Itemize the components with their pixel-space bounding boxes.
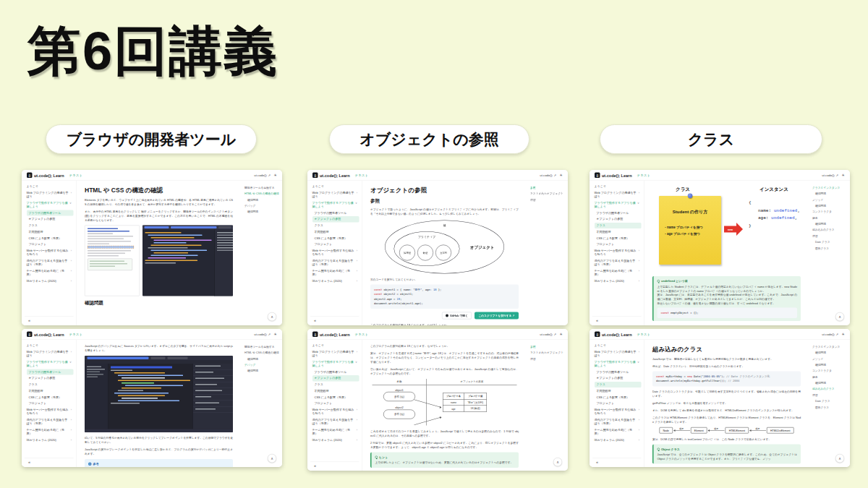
external-site-link[interactable]: ut.code(); ↗ <box>540 333 556 336</box>
toc-item[interactable]: 参照 <box>530 186 565 189</box>
toc-item[interactable]: 演習 <box>530 357 565 361</box>
toc-item[interactable]: 図形クラス <box>815 247 847 250</box>
nav-text-link[interactable]: テキスト <box>69 173 82 178</box>
scroll-top-button[interactable]: ∧ <box>835 454 844 463</box>
sidebar-item[interactable]: ようこそ <box>310 343 359 348</box>
sidebar-item[interactable]: チーム開発を始める前に（発展）› <box>25 267 74 277</box>
sidebar-item[interactable]: ようこそ <box>25 343 74 348</box>
sidebar-item[interactable]: チーム開発を始める前に（発展）› <box>592 267 642 277</box>
sidebar-item[interactable]: 非同期処理 <box>312 388 359 394</box>
toc-item[interactable]: 図形クラス <box>815 406 847 409</box>
external-site-link[interactable]: ut.code(); ↗ <box>540 174 556 177</box>
toc-item[interactable]: 開発者ツールを起動する <box>244 345 279 348</box>
sidebar-collapse-button[interactable]: « <box>25 316 74 324</box>
toc-item[interactable]: 確認問題 <box>247 357 279 361</box>
sidebar-item[interactable]: ブラウザの開発者ツール <box>312 210 359 215</box>
external-site-link[interactable]: ut.code(); ↗ <box>822 174 838 177</box>
sidebar-item[interactable]: オブジェクトの参照 <box>312 375 359 381</box>
sidebar-item[interactable]: 現代のアプリを支える技術を学ぼう（発展）› <box>25 258 74 267</box>
sidebar-item[interactable]: Web サーバーが動作する仕組みを知ろう› <box>592 248 642 257</box>
sidebar-item[interactable]: 非同期処理 <box>27 229 74 235</box>
sidebar-item[interactable]: CSS による配置（発展） <box>312 394 359 400</box>
toc-item[interactable]: 演習 <box>812 393 847 397</box>
sidebar-item[interactable]: オブジェクトの参照 <box>312 216 359 222</box>
sidebar-item[interactable]: ブラウザで動作するアプリを構築しよう∨ <box>592 200 642 210</box>
sidebar-item[interactable]: 現代のアプリを支える技術を学ぼう（発展）› <box>25 417 74 427</box>
theme-toggle-icon[interactable]: ☀ <box>274 174 277 178</box>
toc-item[interactable]: 確認問題 <box>247 369 279 373</box>
sidebar-item[interactable]: CSS による配置（発展） <box>27 235 74 241</box>
toc-item[interactable]: 確認問題 <box>815 363 847 367</box>
sidebar-item[interactable]: 旧カリキュラム (2020)› <box>592 437 642 442</box>
sidebar-item[interactable]: プロジェクト <box>312 241 359 247</box>
sidebar-item[interactable]: CSS による配置（発展） <box>595 235 642 241</box>
sidebar-item[interactable]: 非同期処理 <box>595 388 642 394</box>
external-site-link[interactable]: ut.code(); ↗ <box>254 174 271 177</box>
sidebar-item[interactable]: クラス <box>595 223 642 228</box>
sidebar-item[interactable]: Web サーバーが動作する仕組みを知ろう› <box>25 407 74 416</box>
toc-item[interactable]: デバッグ <box>244 363 279 367</box>
sidebar-item[interactable]: クラス <box>27 223 74 228</box>
toc-item[interactable]: 確認問題 <box>815 222 847 226</box>
toc-item[interactable]: 参照 <box>530 345 565 348</box>
toc-item[interactable]: Date クラス <box>815 399 847 403</box>
sidebar-item[interactable]: ブラウザで動作するアプリを構築しよう∨ <box>310 200 359 210</box>
sidebar-item[interactable]: チーム開発を始める前に（発展）› <box>592 427 642 436</box>
external-site-link[interactable]: ut.code(); ↗ <box>254 333 271 336</box>
sidebar-collapse-button[interactable]: « <box>592 458 642 466</box>
toc-item[interactable]: 継承 <box>812 216 847 220</box>
nav-text-link[interactable]: テキスト <box>637 332 650 337</box>
theme-toggle-icon[interactable]: ☀ <box>274 333 277 337</box>
sidebar-item[interactable]: プロジェクト <box>595 241 642 247</box>
toc-item[interactable]: コンストラクタ <box>812 369 847 373</box>
sidebar-item[interactable]: オブジェクトの参照 <box>27 375 74 381</box>
sidebar-item[interactable]: ようこそ <box>592 343 642 348</box>
sidebar-item[interactable]: 現代のアプリを支える技術を学ぼう（発展）› <box>310 258 359 267</box>
sidebar-item[interactable]: CSS による配置（発展） <box>595 394 642 400</box>
sidebar-collapse-button[interactable]: « <box>592 316 642 324</box>
sidebar-item[interactable]: ブラウザで動作するアプリを構築しよう∨ <box>310 359 359 369</box>
sidebar-item[interactable]: クラス <box>27 382 74 388</box>
theme-toggle-icon[interactable]: ☀ <box>560 174 563 178</box>
toc-item[interactable]: 演習 <box>530 198 565 202</box>
toc-item[interactable]: ネストされたオブジェクト <box>530 351 565 354</box>
theme-toggle-icon[interactable]: ☀ <box>560 333 563 337</box>
sidebar-item[interactable]: 旧カリキュラム (2020)› <box>25 437 74 442</box>
sidebar-item[interactable]: Web サーバーが動作する仕組みを知ろう› <box>25 248 74 257</box>
sidebar-item[interactable]: Web サーバーが動作する仕組みを知ろう› <box>592 407 642 416</box>
sidebar-item[interactable]: ようこそ <box>310 184 359 189</box>
scroll-top-button[interactable]: ∧ <box>835 312 844 321</box>
toc-item[interactable]: 組み込みのクラス <box>812 388 847 391</box>
sidebar-item[interactable]: オブジェクトの参照 <box>27 216 74 222</box>
sidebar-item[interactable]: ブラウザで動作するアプリを構築しよう∨ <box>25 200 74 210</box>
toc-item[interactable]: 演習 <box>812 234 847 238</box>
sidebar-item[interactable]: 非同期処理 <box>312 229 359 235</box>
sidebar-item[interactable]: ようこそ <box>25 184 74 189</box>
toc-item[interactable]: 継承 <box>812 375 847 379</box>
toc-item[interactable]: 確認問題 <box>247 210 279 214</box>
sidebar-item[interactable]: Web サーバーが動作する仕組みを知ろう› <box>310 407 359 416</box>
toc-item[interactable]: デバッグ <box>244 204 279 207</box>
scroll-top-button[interactable]: ∧ <box>268 312 276 321</box>
toc-item[interactable]: 確認問題 <box>815 192 847 195</box>
sidebar-item[interactable]: クラス <box>312 223 359 228</box>
sidebar-collapse-button[interactable]: « <box>25 458 74 466</box>
sidebar-item[interactable]: オブジェクトの参照 <box>595 216 642 222</box>
nav-text-link[interactable]: テキスト <box>637 173 650 178</box>
toc-item[interactable]: 組み込みのクラス <box>812 228 847 232</box>
sidebar-item[interactable]: 現代のアプリを支える技術を学ぼう（発展）› <box>592 417 642 427</box>
sidebar-item[interactable]: ブラウザの開発者ツール <box>27 369 74 374</box>
toc-item[interactable]: 開発者ツールを起動する <box>244 186 279 189</box>
external-site-link[interactable]: ut.code(); ↗ <box>822 333 838 336</box>
sidebar-item[interactable]: Web プログラミングの基礎を学ぼう› <box>592 349 642 359</box>
sidebar-item[interactable]: Web プログラミングの基礎を学ぼう› <box>310 190 359 200</box>
toc-item[interactable]: 確認問題 <box>815 351 847 354</box>
sidebar-collapse-button[interactable]: « <box>310 316 359 324</box>
sidebar-item[interactable]: Web プログラミングの基礎を学ぼう› <box>25 190 74 200</box>
sidebar-item[interactable]: チーム開発を始める前に（発展）› <box>310 267 359 277</box>
sidebar-item[interactable]: ブラウザの開発者ツール <box>595 369 642 374</box>
sidebar-item[interactable]: ブラウザで動作するアプリを構築しよう∨ <box>25 359 74 369</box>
sidebar-item[interactable]: プロジェクト <box>312 401 359 406</box>
toc-item[interactable]: HTML や CSS の構造の確認 <box>244 192 279 195</box>
sidebar-item[interactable]: ブラウザの開発者ツール <box>595 210 642 215</box>
